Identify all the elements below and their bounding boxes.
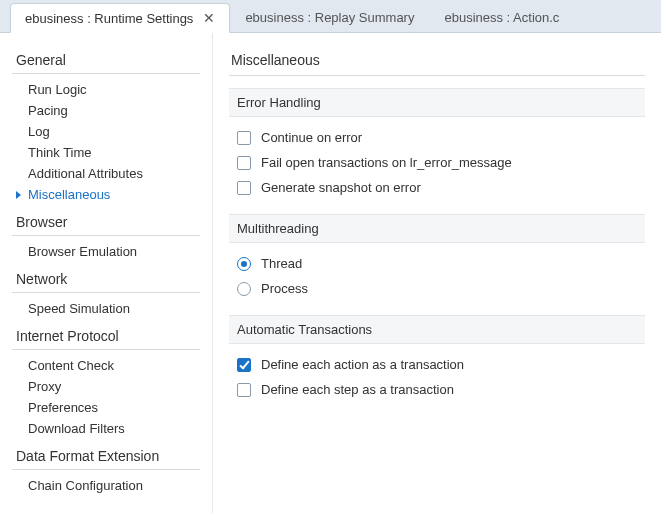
radio-button[interactable] xyxy=(237,282,251,296)
sidebar-item[interactable]: Download Filters xyxy=(0,418,212,439)
section-options: ThreadProcess xyxy=(229,251,645,315)
sidebar-group-header: Network xyxy=(12,266,200,293)
main-area: GeneralRun LogicPacingLogThink TimeAddit… xyxy=(0,33,661,513)
sidebar-item[interactable]: Content Check xyxy=(0,355,212,376)
section-header: Automatic Transactions xyxy=(229,315,645,344)
sidebar-group-header: Browser xyxy=(12,209,200,236)
option-label: Continue on error xyxy=(261,130,362,145)
sidebar-item[interactable]: Browser Emulation xyxy=(0,241,212,262)
checkbox[interactable] xyxy=(237,383,251,397)
checkbox[interactable] xyxy=(237,181,251,195)
sidebar-item[interactable]: Think Time xyxy=(0,142,212,163)
option-row[interactable]: Process xyxy=(237,276,645,301)
sidebar-item[interactable]: Chain Configuration xyxy=(0,475,212,496)
sidebar-item[interactable]: Pacing xyxy=(0,100,212,121)
tab-label: ebusiness : Action.c xyxy=(444,10,559,25)
option-label: Define each action as a transaction xyxy=(261,357,464,372)
section-header: Error Handling xyxy=(229,88,645,117)
option-label: Generate snapshot on error xyxy=(261,180,421,195)
option-label: Process xyxy=(261,281,308,296)
option-label: Define each step as a transaction xyxy=(261,382,454,397)
sidebar-item[interactable]: Run Logic xyxy=(0,79,212,100)
sidebar-item[interactable]: Additional Attributes xyxy=(0,163,212,184)
sidebar-group: Internet ProtocolContent CheckProxyPrefe… xyxy=(0,323,212,439)
sidebar-group: NetworkSpeed Simulation xyxy=(0,266,212,319)
sidebar-item[interactable]: Speed Simulation xyxy=(0,298,212,319)
page-title: Miscellaneous xyxy=(229,47,645,76)
sidebar-item[interactable]: Preferences xyxy=(0,397,212,418)
tab-1[interactable]: ebusiness : Replay Summary xyxy=(230,2,429,32)
settings-sidebar: GeneralRun LogicPacingLogThink TimeAddit… xyxy=(0,33,213,513)
sidebar-group: GeneralRun LogicPacingLogThink TimeAddit… xyxy=(0,47,212,205)
option-row[interactable]: Define each step as a transaction xyxy=(237,377,645,402)
radio-button[interactable] xyxy=(237,257,251,271)
option-row[interactable]: Define each action as a transaction xyxy=(237,352,645,377)
checkbox[interactable] xyxy=(237,358,251,372)
sidebar-group-header: General xyxy=(12,47,200,74)
sidebar-group: Data Format ExtensionChain Configuration xyxy=(0,443,212,496)
option-label: Thread xyxy=(261,256,302,271)
tab-2[interactable]: ebusiness : Action.c xyxy=(429,2,574,32)
option-label: Fail open transactions on lr_error_messa… xyxy=(261,155,512,170)
section-header: Multithreading xyxy=(229,214,645,243)
tab-label: ebusiness : Replay Summary xyxy=(245,10,414,25)
option-row[interactable]: Generate snapshot on error xyxy=(237,175,645,200)
option-row[interactable]: Fail open transactions on lr_error_messa… xyxy=(237,150,645,175)
checkbox[interactable] xyxy=(237,131,251,145)
section-options: Continue on errorFail open transactions … xyxy=(229,125,645,214)
section-options: Define each action as a transactionDefin… xyxy=(229,352,645,416)
tab-bar: ebusiness : Runtime Settings✕ebusiness :… xyxy=(0,0,661,33)
sidebar-group-header: Internet Protocol xyxy=(12,323,200,350)
sidebar-item[interactable]: Proxy xyxy=(0,376,212,397)
tab-label: ebusiness : Runtime Settings xyxy=(25,11,193,26)
option-row[interactable]: Continue on error xyxy=(237,125,645,150)
sidebar-item[interactable]: Miscellaneous xyxy=(0,184,212,205)
option-row[interactable]: Thread xyxy=(237,251,645,276)
checkbox[interactable] xyxy=(237,156,251,170)
sidebar-item[interactable]: Log xyxy=(0,121,212,142)
sidebar-group: BrowserBrowser Emulation xyxy=(0,209,212,262)
tab-0[interactable]: ebusiness : Runtime Settings✕ xyxy=(10,3,230,33)
sidebar-group-header: Data Format Extension xyxy=(12,443,200,470)
close-icon[interactable]: ✕ xyxy=(203,11,215,25)
settings-content: Miscellaneous Error HandlingContinue on … xyxy=(213,33,661,513)
